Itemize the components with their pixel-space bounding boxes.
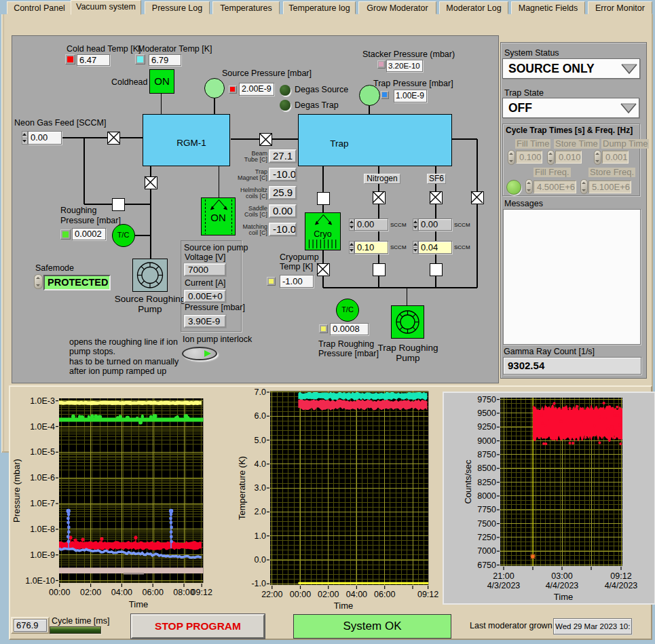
svg-text:9250: 9250 — [477, 422, 496, 432]
svg-text:06:00: 06:00 — [374, 590, 395, 599]
svg-text:9750: 9750 — [477, 395, 496, 404]
svg-text:Temperature (K): Temperature (K) — [237, 456, 247, 520]
svg-text:1.0E-5: 1.0E-5 — [30, 447, 55, 457]
svg-text:7.0: 7.0 — [255, 387, 266, 397]
svg-text:-1.0: -1.0 — [251, 579, 266, 588]
svg-text:2.0: 2.0 — [255, 507, 266, 516]
svg-text:06:00: 06:00 — [143, 588, 164, 597]
svg-text:0.0: 0.0 — [255, 555, 266, 565]
svg-text:Pressure (mbar): Pressure (mbar) — [12, 459, 22, 523]
svg-text:1.0: 1.0 — [255, 531, 266, 541]
svg-text:Time: Time — [129, 599, 148, 609]
svg-text:1.0E-6: 1.0E-6 — [30, 473, 55, 482]
svg-text:7250: 7250 — [477, 533, 496, 542]
svg-text:8250: 8250 — [477, 478, 496, 487]
svg-text:1.0E-7: 1.0E-7 — [30, 499, 55, 508]
svg-text:4/3/2023: 4/3/2023 — [487, 581, 521, 590]
svg-text:02:00: 02:00 — [318, 590, 339, 599]
svg-text:3.0: 3.0 — [255, 483, 266, 493]
svg-text:6750: 6750 — [477, 561, 496, 570]
svg-text:09:12: 09:12 — [417, 590, 438, 599]
svg-text:7500: 7500 — [477, 519, 496, 529]
svg-text:22:00: 22:00 — [261, 590, 282, 599]
svg-text:Counts/sec: Counts/sec — [463, 459, 473, 504]
svg-text:Time: Time — [334, 601, 353, 611]
svg-text:7000: 7000 — [477, 546, 496, 556]
svg-text:02:00: 02:00 — [80, 588, 101, 597]
svg-text:00:00: 00:00 — [290, 590, 311, 599]
svg-text:1.0E-10: 1.0E-10 — [25, 576, 55, 586]
svg-text:4.0: 4.0 — [255, 459, 266, 469]
svg-text:Time: Time — [554, 592, 573, 602]
svg-text:04:00: 04:00 — [111, 588, 132, 597]
svg-text:00:00: 00:00 — [49, 588, 70, 597]
svg-text:9500: 9500 — [477, 409, 496, 418]
svg-text:6.0: 6.0 — [255, 411, 266, 421]
svg-text:7750: 7750 — [477, 505, 496, 514]
svg-text:1.0E-3: 1.0E-3 — [30, 396, 55, 406]
svg-text:1.0E-8: 1.0E-8 — [30, 525, 55, 534]
svg-text:8000: 8000 — [477, 491, 496, 501]
svg-text:8750: 8750 — [477, 450, 496, 459]
svg-text:03:00: 03:00 — [551, 571, 572, 581]
svg-text:5.0: 5.0 — [255, 436, 266, 445]
svg-text:8500: 8500 — [477, 463, 496, 473]
svg-text:09:12: 09:12 — [610, 571, 631, 581]
svg-text:21:00: 21:00 — [493, 571, 514, 581]
svg-text:1.0E-4: 1.0E-4 — [30, 422, 55, 432]
svg-text:1.0E-9: 1.0E-9 — [30, 550, 55, 560]
svg-text:4/4/2023: 4/4/2023 — [605, 581, 638, 590]
svg-text:9000: 9000 — [477, 436, 496, 446]
svg-text:09:12: 09:12 — [191, 588, 212, 597]
svg-text:04:00: 04:00 — [346, 590, 367, 599]
svg-text:4/4/2023: 4/4/2023 — [546, 581, 579, 590]
